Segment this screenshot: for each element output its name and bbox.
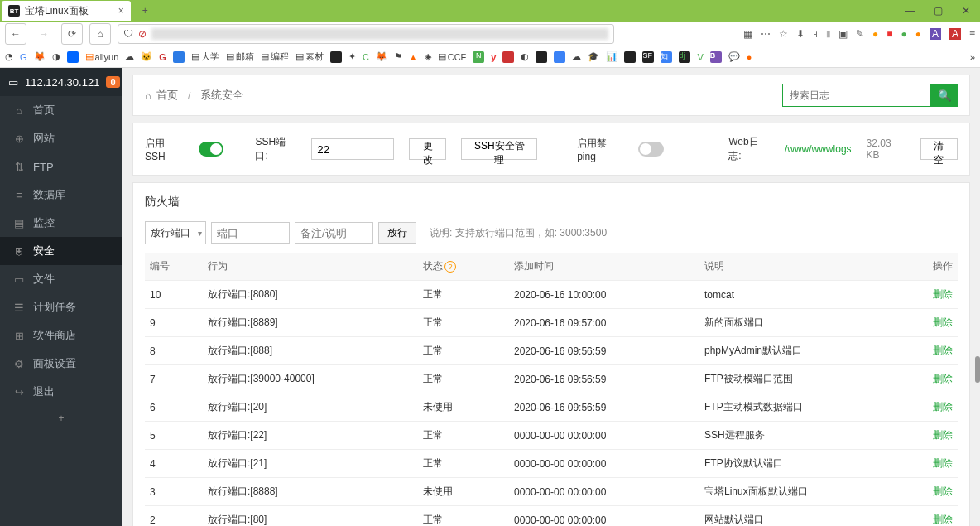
help-icon[interactable]: ? [444,261,456,273]
ext6-icon[interactable]: A [930,28,941,40]
ssh-port-input[interactable] [311,138,394,160]
sidebar-item-0[interactable]: ⌂首页 [0,96,122,124]
breadcrumb-home[interactable]: 首页 [156,88,178,103]
ping-toggle[interactable] [638,142,664,157]
library-icon[interactable]: ⫴ [826,28,830,40]
bookmark[interactable]: ☁ [125,51,134,62]
ext3-icon[interactable]: ■ [886,28,892,40]
ext1-icon[interactable]: ✎ [856,28,864,40]
row-delete-link[interactable]: 删除 [933,485,953,497]
bookmark[interactable]: 🦊 [34,51,46,62]
ssh-toggle[interactable] [199,142,224,157]
bookmark[interactable]: 💬 [728,51,740,62]
release-button[interactable]: 放行 [378,222,416,244]
sidebar-item-9[interactable]: ⚙面板设置 [0,350,122,378]
bookmark[interactable] [536,51,547,63]
bookmark[interactable]: G [20,52,27,62]
row-delete-link[interactable]: 删除 [933,288,953,300]
notification-badge[interactable]: 0 [106,76,119,88]
port-input[interactable] [211,222,290,244]
bookmark[interactable]: ▤ CCF [438,51,467,62]
bookmark[interactable] [330,51,342,63]
search-input[interactable] [782,84,931,107]
bookmark[interactable] [624,51,636,63]
change-port-button[interactable]: 更改 [409,138,446,160]
sidebar-item-10[interactable]: ↪退出 [0,378,122,406]
sidebar-item-6[interactable]: ▭文件 [0,265,122,293]
ext4-icon[interactable]: ● [901,28,906,40]
release-type-select[interactable]: 放行端口 [145,221,206,244]
sidebar-item-5[interactable]: ⛨安全 [0,237,122,265]
bookmark[interactable]: 🐱 [141,51,152,62]
ssh-security-button[interactable]: SSH安全管理 [461,138,537,160]
bookmark[interactable]: y [491,52,496,62]
bookmark[interactable]: ◔ [5,51,13,62]
more-icon[interactable]: ⋯ [761,28,771,40]
bookmark[interactable]: ▤ 邮箱 [226,51,254,63]
bookmark[interactable]: ✦ [348,51,356,62]
sidebar-item-7[interactable]: ☰计划任务 [0,293,122,321]
forward-button[interactable]: → [33,23,55,45]
row-delete-link[interactable]: 删除 [933,401,953,413]
bookmark[interactable]: V [697,52,703,62]
bookmark[interactable]: ● [747,52,752,62]
sidebar-add-button[interactable]: + [0,406,122,431]
bookmark[interactable]: ▤ 素材 [295,51,324,63]
window-minimize-icon[interactable]: — [896,0,924,22]
info-icon[interactable]: ⊘ [138,28,147,40]
sidebar-item-3[interactable]: ≡数据库 [0,181,122,209]
bookmark[interactable]: 🦊 [376,51,387,62]
bookmark[interactable] [67,51,79,63]
bookmark[interactable]: 📊 [606,51,617,62]
row-delete-link[interactable]: 删除 [933,429,953,441]
back-button[interactable]: ← [5,23,26,45]
bookmark[interactable]: C [363,52,369,62]
search-button[interactable]: 🔍 [931,84,958,107]
new-tab-button[interactable]: + [137,3,153,18]
row-delete-link[interactable]: 删除 [933,514,953,525]
browser-tab[interactable]: BT 宝塔Linux面板 × [2,1,131,21]
reader-icon[interactable]: ▣ [838,28,848,40]
bookmark[interactable]: 🎓 [588,51,599,62]
sidebar-item-2[interactable]: ⇅FTP [0,152,122,181]
bookmark[interactable]: SF [642,51,654,63]
reload-button[interactable]: ⟳ [61,23,83,45]
note-input[interactable] [295,222,373,244]
download-icon[interactable]: ⬇ [796,28,805,40]
bookmark[interactable] [554,51,565,63]
window-maximize-icon[interactable]: ▢ [924,0,952,22]
bookmark[interactable] [502,51,514,63]
window-close-icon[interactable]: ✕ [952,0,980,22]
row-delete-link[interactable]: 删除 [933,316,953,328]
bookmark[interactable]: ▤ aliyun [85,51,119,62]
bookmark[interactable]: B [710,51,722,63]
row-delete-link[interactable]: 删除 [933,373,953,384]
bookmark[interactable]: ▲ [409,52,418,62]
bookmark[interactable]: ☁ [572,51,581,62]
row-delete-link[interactable]: 删除 [933,345,953,356]
sidebar-item-8[interactable]: ⊞软件商店 [0,321,122,350]
ext5-icon[interactable]: ● [915,28,921,40]
bookmark[interactable]: ▤ 大学 [191,51,219,63]
sidebar-item-4[interactable]: ▤监控 [0,209,122,237]
star-icon[interactable]: ☆ [779,28,788,40]
bookmark[interactable]: ◈ [425,51,431,62]
close-tab-icon[interactable]: × [118,5,124,17]
weblog-path-link[interactable]: /www/wwwlogs [785,143,852,155]
url-bar[interactable]: 🛡 ⊘ [118,24,614,44]
menu-icon[interactable]: ≡ [969,28,975,40]
sidebar-item-1[interactable]: ⊕网站 [0,124,122,152]
bookmark[interactable]: 知 [661,51,672,63]
bookmark[interactable]: ⚑ [394,51,402,62]
bookmark[interactable]: ◐ [521,51,529,62]
bookmark[interactable]: ▤ 编程 [261,51,289,63]
clear-log-button[interactable]: 清空 [920,138,958,160]
bookmark[interactable]: G [159,52,166,62]
bookmark[interactable]: N [473,51,484,63]
bookmark[interactable]: ◑ [52,51,60,62]
bookmark-overflow[interactable]: » [970,52,975,62]
ext2-icon[interactable]: ● [872,28,878,40]
ext7-icon[interactable]: A [949,28,961,40]
shield-icon[interactable]: 🛡 [123,28,133,40]
home-button[interactable]: ⌂ [89,23,111,45]
